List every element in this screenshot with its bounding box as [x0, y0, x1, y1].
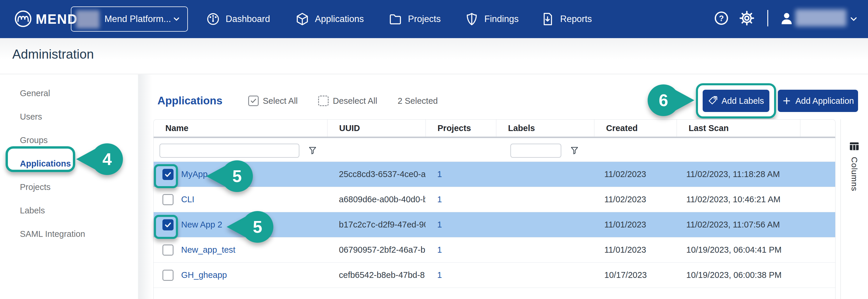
created-cell: 11/01/2023 [594, 245, 677, 255]
row-checkbox-unchecked[interactable] [162, 244, 174, 255]
nav-label: Projects [408, 14, 441, 24]
app-name-link[interactable]: CLI [181, 195, 194, 204]
labels-filter-input[interactable] [510, 144, 561, 158]
row-checkbox-checked[interactable] [162, 169, 174, 180]
column-header-spacer [800, 119, 835, 137]
uuid-cell: a6809d6e-a00b-40d0-b [327, 195, 426, 204]
created-cell: 11/01/2023 [594, 220, 677, 229]
last-scan-cell: 11/02/2023, 11:07:56 AM [677, 220, 800, 229]
table-row[interactable]: GH_gheapp cefb6542-b8eb-47bd-8 1 10/17/2… [154, 263, 835, 288]
table-header-row: Name UUID Projects Labels Created Last S… [154, 119, 835, 137]
last-scan-cell: 10/19/2023, 06:00:38 PM [677, 270, 800, 280]
table-row[interactable]: New_app_test 06790957-2bf2-46a7-b 1 11/0… [154, 238, 835, 263]
sidebar-item-general[interactable]: General [0, 81, 138, 105]
row-checkbox-unchecked[interactable] [162, 270, 174, 281]
column-header-created[interactable]: Created [594, 119, 677, 137]
nav-item-reports[interactable]: Reports [541, 0, 592, 38]
tag-icon [708, 96, 717, 106]
app-name-link[interactable]: New_app_test [181, 245, 235, 255]
nav-item-applications[interactable]: Applications [296, 0, 364, 38]
select-all-checkbox-icon [248, 96, 259, 106]
svg-text:?: ? [719, 14, 724, 23]
projects-count-link[interactable]: 1 [426, 270, 496, 280]
column-header-labels[interactable]: Labels [496, 119, 594, 137]
gear-icon[interactable] [739, 10, 754, 26]
section-heading: Applications [157, 95, 222, 107]
row-checkbox-checked[interactable] [162, 219, 174, 230]
workspace-label: Mend Platform... [104, 7, 171, 31]
uuid-cell: b17c2c7c-d2f9-47ed-90 [327, 220, 426, 229]
nav-label: Findings [484, 14, 519, 24]
sidebar-item-labels[interactable]: Labels [0, 199, 138, 222]
applications-toolbar: Applications Select All Deselect All 2 S… [157, 90, 438, 111]
nav-item-dashboard[interactable]: Dashboard [206, 0, 270, 38]
column-header-last-scan[interactable]: Last Scan [677, 119, 800, 137]
nav-item-projects[interactable]: Projects [389, 0, 441, 38]
table-filter-row [154, 137, 835, 162]
created-cell: 11/02/2023 [594, 169, 677, 179]
table-row[interactable]: MyApp 25cc8cd3-6537-4ce0-af 1 11/02/2023… [154, 162, 835, 187]
last-scan-cell: 10/19/2023, 06:04:41 PM [677, 245, 800, 255]
add-labels-button[interactable]: Add Labels [703, 90, 769, 112]
dashboard-gauge-icon [206, 12, 220, 26]
username-blurred [796, 9, 846, 26]
sidebar-item-projects[interactable]: Projects [0, 175, 138, 199]
sidebar-item-users[interactable]: Users [0, 105, 138, 128]
select-all-label: Select All [263, 96, 298, 106]
projects-count-link[interactable]: 1 [426, 195, 496, 204]
mend-logo-icon [14, 10, 32, 28]
projects-count-link[interactable]: 1 [426, 169, 496, 179]
add-labels-label: Add Labels [721, 96, 764, 106]
labels-filter-funnel-icon[interactable] [569, 146, 580, 156]
columns-panel-tab[interactable]: Columns [840, 119, 868, 299]
selected-count: 2 Selected [398, 96, 438, 106]
table-row[interactable]: New App 2 b17c2c7c-d2f9-47ed-90 1 11/01/… [154, 212, 835, 238]
sidebar-item-groups[interactable]: Groups [0, 128, 138, 152]
top-navbar: MEND Mend Platform... Dashboard Applicat… [0, 0, 868, 38]
created-cell: 11/02/2023 [594, 195, 677, 204]
name-filter-input[interactable] [159, 144, 299, 158]
deselect-all-button[interactable]: Deselect All [318, 96, 377, 106]
projects-count-link[interactable]: 1 [426, 245, 496, 255]
user-menu-chevron-icon[interactable] [849, 14, 859, 24]
admin-sidebar: General Users Groups Applications Projec… [0, 75, 138, 299]
last-scan-cell: 11/02/2023, 11:18:28 AM [677, 169, 800, 179]
last-scan-cell: 11/02/2023, 10:46:21 AM [677, 195, 800, 204]
columns-panel-label: Columns [849, 157, 859, 191]
projects-count-link[interactable]: 1 [426, 220, 496, 229]
plus-icon [782, 96, 791, 106]
nav-item-findings[interactable]: Findings [465, 0, 519, 38]
uuid-cell: 25cc8cd3-6537-4ce0-af [327, 169, 426, 179]
cube-icon [296, 12, 309, 26]
page-header: Administration [0, 38, 868, 74]
column-header-projects[interactable]: Projects [426, 119, 496, 137]
sidebar-item-applications[interactable]: Applications [0, 152, 138, 175]
workspace-selector[interactable]: Mend Platform... [71, 6, 188, 32]
sidebar-item-saml-integration[interactable]: SAML Integration [0, 222, 138, 246]
help-icon[interactable]: ? [714, 10, 729, 26]
column-header-name[interactable]: Name [154, 119, 327, 137]
user-avatar-icon [779, 10, 794, 26]
nav-label: Applications [315, 14, 364, 24]
folder-icon [389, 12, 402, 26]
name-filter-funnel-icon[interactable] [308, 146, 317, 156]
table-row[interactable]: CLI a6809d6e-a00b-40d0-b 1 11/02/2023 11… [154, 187, 835, 212]
uuid-cell: 06790957-2bf2-46a7-b [327, 245, 426, 255]
shield-icon [465, 12, 478, 26]
nav-label: Dashboard [226, 14, 270, 24]
row-checkbox-unchecked[interactable] [162, 194, 174, 205]
app-name-link[interactable]: New App 2 [181, 220, 222, 229]
callout-ring-add-labels: Add Labels [696, 83, 776, 118]
uuid-cell: cefb6542-b8eb-47bd-8 [327, 270, 426, 280]
add-application-button[interactable]: Add Application [778, 90, 858, 112]
columns-icon [848, 140, 861, 152]
app-name-link[interactable]: GH_gheapp [181, 270, 227, 280]
chevron-down-icon [172, 15, 181, 23]
applications-table: Name UUID Projects Labels Created Last S… [153, 119, 836, 299]
column-header-uuid[interactable]: UUID [327, 119, 426, 137]
app-name-link[interactable]: MyApp [181, 169, 208, 179]
page-title: Administration [12, 47, 94, 61]
select-all-button[interactable]: Select All [248, 96, 298, 106]
report-document-icon [541, 12, 554, 26]
main-content: Applications Select All Deselect All 2 S… [139, 75, 868, 299]
